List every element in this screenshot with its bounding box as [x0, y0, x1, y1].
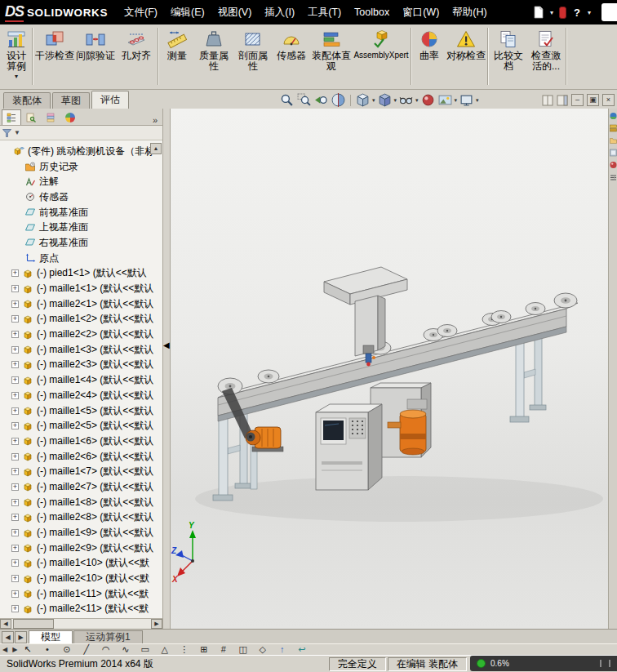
- hide-show-items-icon[interactable]: [399, 93, 413, 107]
- tree-component-row[interactable]: + (-) maille1<3> (默认<<默认: [0, 342, 162, 358]
- dropdown-caret-icon[interactable]: ▾: [550, 9, 553, 16]
- expand-icon[interactable]: +: [11, 361, 19, 368]
- ribbon-assemblyxpert-button[interactable]: AssemblyXpert: [353, 27, 410, 87]
- close-document-button[interactable]: ×: [602, 94, 615, 106]
- expand-icon[interactable]: +: [11, 285, 19, 292]
- help-icon[interactable]: ?: [572, 7, 582, 19]
- tree-component-row[interactable]: + (-) maille2<3> (默认<<默认: [0, 358, 162, 373]
- tree-component-row[interactable]: + (-) maille1<11> (默认<<默: [0, 586, 162, 602]
- expand-icon[interactable]: +: [11, 331, 19, 338]
- minimize-document-button[interactable]: –: [571, 94, 584, 106]
- expand-icon[interactable]: +: [11, 468, 19, 475]
- ribbon-mass-properties-button[interactable]: 质量属性: [194, 27, 233, 87]
- tree-component-row[interactable]: + (-) maille1<6> (默认<<默认: [0, 434, 162, 449]
- tree-item-sensors[interactable]: 传感器: [0, 189, 162, 205]
- tab-assembly[interactable]: 装配体: [3, 92, 51, 109]
- menubar-item[interactable]: 编辑(E): [164, 0, 211, 24]
- tree-component-row[interactable]: + (-) maille1<9> (默认<<默认: [0, 525, 162, 541]
- scrollbar-track[interactable]: [11, 619, 151, 629]
- dropdown-caret-icon[interactable]: ▾: [588, 9, 591, 16]
- 3d-sketch-icon[interactable]: ↑: [277, 644, 287, 655]
- tree-component-row[interactable]: + (-) maille1<10> (默认<<默: [0, 556, 162, 572]
- expand-icon[interactable]: +: [11, 605, 19, 612]
- tab-scroll-right-button[interactable]: ▶: [15, 631, 27, 643]
- menubar-item[interactable]: 视图(V): [211, 0, 259, 24]
- tree-item-origin[interactable]: 原点: [0, 251, 162, 266]
- apply-scene-icon[interactable]: [438, 93, 452, 107]
- scrollbar-thumb[interactable]: [13, 619, 54, 629]
- display-style-icon[interactable]: [378, 93, 392, 107]
- select-icon[interactable]: ↖: [22, 644, 33, 655]
- dropdown-caret-icon[interactable]: ▾: [394, 97, 397, 104]
- line-icon[interactable]: ╱: [81, 644, 91, 655]
- menubar-item[interactable]: 帮助(H): [446, 0, 493, 24]
- mirror-entities-icon[interactable]: ◫: [237, 644, 248, 655]
- dimension-icon[interactable]: #: [218, 644, 229, 655]
- tree-component-row[interactable]: + (-) maille1<4> (默认<<默认: [0, 372, 162, 388]
- featuremanager-tab[interactable]: [2, 109, 21, 125]
- expand-icon[interactable]: +: [11, 300, 19, 308]
- ribbon-design-study-button[interactable]: 设计算例 ▾: [2, 27, 31, 87]
- polygon-icon[interactable]: △: [159, 644, 170, 655]
- grid-icon[interactable]: ⊞: [198, 644, 209, 655]
- menubar-item[interactable]: 窗口(W): [396, 0, 446, 24]
- custom-properties-icon[interactable]: [610, 173, 617, 181]
- appearances-scenes-icon[interactable]: [610, 161, 617, 169]
- arc-icon[interactable]: ◠: [100, 644, 111, 655]
- tree-item-top-plane[interactable]: 上视基准面: [0, 220, 162, 235]
- expand-icon[interactable]: +: [11, 376, 19, 384]
- window-controls[interactable]: [601, 3, 617, 21]
- ribbon-measure-button[interactable]: 测量: [160, 27, 194, 87]
- menubar-item[interactable]: Toolbox: [348, 0, 396, 24]
- tree-component-row[interactable]: + (-) maille2<4> (默认<<默认: [0, 388, 162, 403]
- tree-component-row[interactable]: + (-) maille2<9> (默认<<默认: [0, 541, 162, 556]
- expand-icon[interactable]: +: [11, 392, 19, 399]
- ribbon-compare-documents-button[interactable]: 比较文档: [490, 27, 527, 87]
- tree-component-row[interactable]: + (-) maille1<1> (默认<<默认: [0, 281, 162, 296]
- tree-component-row[interactable]: + (-) maille2<7> (默认<<默认: [0, 479, 162, 495]
- toolbar-scroll-right-icon[interactable]: ▶: [12, 646, 17, 653]
- filter-caret-icon[interactable]: ▼: [14, 129, 20, 136]
- zoom-fit-icon[interactable]: [280, 93, 294, 107]
- expand-icon[interactable]: +: [11, 575, 19, 582]
- tab-scroll-left-button[interactable]: ◀: [2, 631, 14, 643]
- collapse-panel-icon[interactable]: ◀: [163, 341, 170, 349]
- ribbon-interference-detection-button[interactable]: 干涉检查: [34, 27, 75, 87]
- ribbon-clearance-verification-button[interactable]: 间隙验证: [75, 27, 116, 87]
- dropdown-caret-icon[interactable]: ▾: [372, 97, 375, 104]
- sketch-point-icon[interactable]: •: [42, 644, 52, 655]
- displaymanager-tab[interactable]: [60, 109, 80, 125]
- menubar-item[interactable]: 文件(F): [118, 0, 164, 24]
- design-library-icon[interactable]: [610, 124, 617, 132]
- new-document-icon[interactable]: [533, 6, 544, 19]
- display-pane-toggle-icon[interactable]: [542, 95, 553, 106]
- zoom-area-icon[interactable]: [297, 93, 311, 107]
- previous-view-icon[interactable]: [314, 93, 328, 107]
- expand-icon[interactable]: +: [11, 269, 19, 277]
- panel-splitter[interactable]: ◀: [163, 109, 171, 629]
- task-pane-toggle-icon[interactable]: [557, 95, 568, 106]
- screen-overlay-badge[interactable]: 0.6%: [470, 656, 617, 671]
- propertymanager-tab[interactable]: [21, 109, 41, 125]
- tab-sketch[interactable]: 草图: [52, 92, 90, 109]
- expand-icon[interactable]: +: [11, 422, 19, 429]
- ribbon-hole-alignment-button[interactable]: 孔对齐: [116, 27, 157, 87]
- ribbon-curvature-button[interactable]: 曲率: [413, 27, 446, 87]
- view-settings-icon[interactable]: [459, 93, 473, 107]
- tree-component-row[interactable]: + (-) maille1<8> (默认<<默认: [0, 495, 162, 510]
- expand-panel-icon[interactable]: »: [149, 115, 161, 125]
- solidworks-resources-icon[interactable]: [610, 112, 617, 120]
- point-pattern-icon[interactable]: ⋮: [179, 644, 189, 655]
- expand-icon[interactable]: +: [11, 529, 19, 536]
- tree-root-assembly[interactable]: (零件) 跳动检测机设备（非标: [0, 144, 162, 159]
- section-view-icon[interactable]: [331, 93, 345, 107]
- tree-item-right-plane[interactable]: 右视基准面: [0, 235, 162, 251]
- tree-component-row[interactable]: + (-) maille2<5> (默认<<默认: [0, 418, 162, 434]
- tree-component-row[interactable]: + (-) pied1<1> (默认<<默认: [0, 266, 162, 282]
- circle-icon[interactable]: ⊙: [61, 644, 72, 655]
- expand-icon[interactable]: +: [11, 407, 19, 415]
- ribbon-section-properties-button[interactable]: 剖面属性: [233, 27, 273, 87]
- tree-component-row[interactable]: + (-) maille2<6> (默认<<默认: [0, 449, 162, 465]
- tree-component-row[interactable]: + (-) maille1<5> (默认<<默认: [0, 403, 162, 419]
- tab-model[interactable]: 模型: [29, 630, 73, 643]
